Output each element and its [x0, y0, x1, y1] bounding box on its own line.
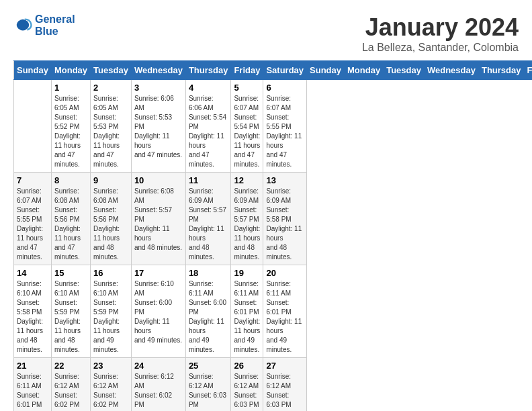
day-number: 12	[234, 175, 260, 185]
day-number: 22	[54, 361, 87, 371]
day-info: Sunrise: 6:12 AM Sunset: 6:03 PM Dayligh…	[189, 372, 228, 411]
calendar-subtitle: La Belleza, Santander, Colombia	[362, 42, 519, 54]
calendar-cell: 9Sunrise: 6:08 AM Sunset: 5:56 PM Daylig…	[91, 173, 132, 265]
day-number: 4	[189, 83, 228, 93]
day-info: Sunrise: 6:07 AM Sunset: 5:55 PM Dayligh…	[266, 94, 304, 169]
calendar-cell: 4Sunrise: 6:06 AM Sunset: 5:54 PM Daylig…	[185, 80, 231, 173]
calendar-cell: 6Sunrise: 6:07 AM Sunset: 5:55 PM Daylig…	[263, 80, 307, 173]
page-header: General Blue January 2024 La Belleza, Sa…	[13, 13, 519, 54]
day-info: Sunrise: 6:12 AM Sunset: 6:02 PM Dayligh…	[134, 372, 183, 411]
calendar-cell: 20Sunrise: 6:11 AM Sunset: 6:01 PM Dayli…	[263, 265, 307, 358]
calendar-cell	[14, 80, 52, 173]
day-info: Sunrise: 6:08 AM Sunset: 5:57 PM Dayligh…	[134, 187, 183, 253]
calendar-cell: 10Sunrise: 6:08 AM Sunset: 5:57 PM Dayli…	[131, 173, 185, 265]
day-number: 14	[17, 268, 48, 278]
day-number: 11	[189, 175, 228, 185]
day-number: 26	[234, 361, 260, 371]
calendar-cell: 19Sunrise: 6:11 AM Sunset: 6:01 PM Dayli…	[231, 265, 263, 358]
day-info: Sunrise: 6:08 AM Sunset: 5:56 PM Dayligh…	[54, 187, 87, 262]
title-block: January 2024 La Belleza, Santander, Colo…	[362, 13, 519, 54]
day-info: Sunrise: 6:11 AM Sunset: 6:01 PM Dayligh…	[17, 372, 48, 411]
logo-icon	[13, 16, 32, 35]
day-number: 21	[17, 361, 48, 371]
logo: General Blue	[13, 13, 75, 38]
calendar-cell: 3Sunrise: 6:06 AM Sunset: 5:53 PM Daylig…	[131, 80, 185, 173]
day-number: 6	[266, 83, 304, 93]
header-tuesday: Tuesday	[91, 61, 132, 80]
calendar-cell: 12Sunrise: 6:09 AM Sunset: 5:57 PM Dayli…	[231, 173, 263, 265]
calendar-title: January 2024	[362, 13, 519, 42]
day-number: 15	[54, 268, 87, 278]
calendar-cell: 2Sunrise: 6:05 AM Sunset: 5:53 PM Daylig…	[91, 80, 132, 173]
day-info: Sunrise: 6:05 AM Sunset: 5:52 PM Dayligh…	[54, 94, 87, 169]
day-info: Sunrise: 6:06 AM Sunset: 5:54 PM Dayligh…	[189, 94, 228, 169]
day-info: Sunrise: 6:07 AM Sunset: 5:55 PM Dayligh…	[17, 187, 48, 262]
calendar-cell: 17Sunrise: 6:10 AM Sunset: 6:00 PM Dayli…	[131, 265, 185, 358]
day-number: 19	[234, 268, 260, 278]
day-number: 23	[93, 361, 128, 371]
col-header-friday: Friday	[524, 61, 532, 80]
day-number: 2	[93, 83, 128, 93]
day-number: 27	[266, 361, 304, 371]
calendar-cell: 23Sunrise: 6:12 AM Sunset: 6:02 PM Dayli…	[91, 358, 132, 412]
day-info: Sunrise: 6:12 AM Sunset: 6:03 PM Dayligh…	[266, 372, 304, 411]
day-number: 10	[134, 175, 183, 185]
day-info: Sunrise: 6:09 AM Sunset: 5:58 PM Dayligh…	[266, 187, 304, 262]
day-info: Sunrise: 6:11 AM Sunset: 6:00 PM Dayligh…	[189, 279, 228, 355]
col-header-tuesday: Tuesday	[384, 61, 425, 80]
col-header-thursday: Thursday	[478, 61, 524, 80]
col-header-sunday: Sunday	[307, 61, 345, 80]
calendar-cell: 5Sunrise: 6:07 AM Sunset: 5:54 PM Daylig…	[231, 80, 263, 173]
week-row-3: 21Sunrise: 6:11 AM Sunset: 6:01 PM Dayli…	[14, 358, 533, 412]
day-info: Sunrise: 6:06 AM Sunset: 5:53 PM Dayligh…	[134, 94, 183, 160]
day-info: Sunrise: 6:12 AM Sunset: 6:02 PM Dayligh…	[54, 372, 87, 411]
week-row-2: 14Sunrise: 6:10 AM Sunset: 5:58 PM Dayli…	[14, 265, 533, 358]
calendar-cell: 11Sunrise: 6:09 AM Sunset: 5:57 PM Dayli…	[185, 173, 231, 265]
day-number: 24	[134, 361, 183, 371]
header-wednesday: Wednesday	[131, 61, 185, 80]
header-thursday: Thursday	[185, 61, 231, 80]
calendar-cell: 27Sunrise: 6:12 AM Sunset: 6:03 PM Dayli…	[263, 358, 307, 412]
day-number: 17	[134, 268, 183, 278]
col-header-monday: Monday	[345, 61, 384, 80]
col-header-wednesday: Wednesday	[424, 61, 478, 80]
day-info: Sunrise: 6:12 AM Sunset: 6:02 PM Dayligh…	[93, 372, 128, 411]
calendar-cell: 14Sunrise: 6:10 AM Sunset: 5:58 PM Dayli…	[14, 265, 52, 358]
week-row-0: 1Sunrise: 6:05 AM Sunset: 5:52 PM Daylig…	[14, 80, 533, 173]
calendar-cell: 24Sunrise: 6:12 AM Sunset: 6:02 PM Dayli…	[131, 358, 185, 412]
day-info: Sunrise: 6:12 AM Sunset: 6:03 PM Dayligh…	[234, 372, 260, 411]
day-number: 3	[134, 83, 183, 93]
day-info: Sunrise: 6:10 AM Sunset: 5:59 PM Dayligh…	[93, 279, 128, 355]
calendar-header-row: SundayMondayTuesdayWednesdayThursdayFrid…	[14, 61, 533, 80]
logo-text: General Blue	[35, 13, 75, 38]
calendar-cell: 16Sunrise: 6:10 AM Sunset: 5:59 PM Dayli…	[91, 265, 132, 358]
day-info: Sunrise: 6:09 AM Sunset: 5:57 PM Dayligh…	[234, 187, 260, 262]
calendar-table: SundayMondayTuesdayWednesdayThursdayFrid…	[13, 60, 532, 411]
day-info: Sunrise: 6:05 AM Sunset: 5:53 PM Dayligh…	[93, 94, 128, 169]
day-info: Sunrise: 6:09 AM Sunset: 5:57 PM Dayligh…	[189, 187, 228, 262]
header-friday: Friday	[231, 61, 263, 80]
week-row-1: 7Sunrise: 6:07 AM Sunset: 5:55 PM Daylig…	[14, 173, 533, 265]
header-saturday: Saturday	[263, 61, 307, 80]
day-number: 25	[189, 361, 228, 371]
header-monday: Monday	[51, 61, 90, 80]
day-info: Sunrise: 6:07 AM Sunset: 5:54 PM Dayligh…	[234, 94, 260, 169]
calendar-cell: 7Sunrise: 6:07 AM Sunset: 5:55 PM Daylig…	[14, 173, 52, 265]
day-info: Sunrise: 6:11 AM Sunset: 6:01 PM Dayligh…	[234, 279, 260, 355]
calendar-cell: 18Sunrise: 6:11 AM Sunset: 6:00 PM Dayli…	[185, 265, 231, 358]
day-number: 16	[93, 268, 128, 278]
calendar-cell: 21Sunrise: 6:11 AM Sunset: 6:01 PM Dayli…	[14, 358, 52, 412]
day-info: Sunrise: 6:10 AM Sunset: 5:58 PM Dayligh…	[17, 279, 48, 355]
day-info: Sunrise: 6:10 AM Sunset: 6:00 PM Dayligh…	[134, 279, 183, 345]
header-sunday: Sunday	[14, 61, 52, 80]
day-number: 9	[93, 175, 128, 185]
calendar-cell: 1Sunrise: 6:05 AM Sunset: 5:52 PM Daylig…	[51, 80, 90, 173]
day-info: Sunrise: 6:11 AM Sunset: 6:01 PM Dayligh…	[266, 279, 304, 355]
day-number: 5	[234, 83, 260, 93]
calendar-cell: 26Sunrise: 6:12 AM Sunset: 6:03 PM Dayli…	[231, 358, 263, 412]
calendar-cell: 13Sunrise: 6:09 AM Sunset: 5:58 PM Dayli…	[263, 173, 307, 265]
day-number: 7	[17, 175, 48, 185]
calendar-cell: 8Sunrise: 6:08 AM Sunset: 5:56 PM Daylig…	[51, 173, 90, 265]
day-number: 8	[54, 175, 87, 185]
calendar-cell: 15Sunrise: 6:10 AM Sunset: 5:59 PM Dayli…	[51, 265, 90, 358]
